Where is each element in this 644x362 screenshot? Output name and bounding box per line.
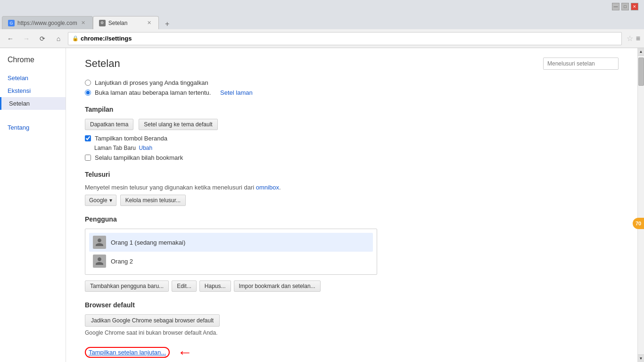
bookmark-checkbox[interactable] — [85, 155, 91, 161]
sidebar-item-ekstensi[interactable]: Ekstensi — [0, 84, 66, 97]
red-arrow-annotation: ← — [177, 344, 192, 361]
reset-theme-button[interactable]: Setel ulang ke tema default — [139, 119, 217, 130]
user-row-2[interactable]: Orang 2 — [89, 252, 373, 271]
tab-close-google[interactable]: ✕ — [80, 20, 87, 26]
tampilan-heading: Tampilan — [85, 106, 619, 113]
tab-favicon-google: G — [8, 20, 15, 26]
laman-tab-baru-text: Laman Tab Baru — [94, 145, 136, 151]
startup-option1: Lanjutkan di proses yang Anda tinggalkan — [85, 79, 619, 86]
user-name-1: Orang 1 (sedang memakai) — [111, 239, 185, 246]
startup-option2: Buka laman atau beberapa laman tertentu.… — [85, 89, 619, 96]
browser-frame: — □ ✕ G https://www.google.com ✕ ⚙ Setel… — [0, 0, 644, 362]
beranda-checkbox-option: Tampilkan tombol Beranda — [85, 135, 619, 142]
search-engine-row: Google ▾ Kelola mesin telusur... — [85, 195, 619, 206]
bookmark-label: Selalu tampilkan bilah bookmark — [95, 154, 183, 161]
home-button[interactable]: ⌂ — [52, 32, 65, 45]
hapus-pengguna-button[interactable]: Hapus... — [199, 280, 231, 292]
sidebar-item-riwayat[interactable]: Setelan — [0, 72, 66, 84]
bookmark-checkbox-option: Selalu tampilkan bilah bookmark — [85, 154, 619, 161]
refresh-button[interactable]: ⟳ — [36, 32, 49, 45]
settings-search-input[interactable] — [543, 58, 619, 70]
back-button[interactable]: ← — [4, 32, 17, 45]
beranda-label: Tampilkan tombol Beranda — [95, 135, 167, 142]
notification-count: 70 — [636, 221, 641, 226]
startup-option2-label: Buka laman atau beberapa laman tertentu. — [95, 89, 211, 96]
setel-laman-link[interactable]: Setel laman — [220, 89, 253, 96]
startup-radio2[interactable] — [85, 90, 91, 96]
menu-icon[interactable]: ≡ — [636, 34, 640, 43]
notification-badge[interactable]: 70 — [633, 218, 644, 229]
user-name-2: Orang 2 — [111, 258, 133, 265]
tabs-bar: G https://www.google.com ✕ ⚙ Setelan ✕ + — [0, 13, 644, 29]
telusuri-desc: Menyetel mesin telusur yang digunakan ke… — [85, 184, 619, 191]
user-avatar-1 — [93, 236, 106, 249]
address-bar[interactable]: 🔒 chrome://settings — [68, 32, 622, 45]
telusuri-desc-before: Menyetel mesin telusur yang digunakan ke… — [85, 184, 256, 191]
content-wrapper: Chrome Setelan Ekstensi Setelan Tentang … — [0, 48, 644, 362]
settings-main: Setelan Lanjutkan di proses yang Anda ti… — [66, 48, 637, 362]
impor-bookmark-button[interactable]: Impor bookmark dan setelan... — [234, 280, 321, 292]
address-plain: chrome:// — [81, 35, 108, 42]
scrollbar-up-button[interactable]: ▲ — [638, 48, 644, 56]
nav-bar: ← → ⟳ ⌂ 🔒 chrome://settings ☆ ≡ — [0, 29, 644, 48]
search-engine-label: Google — [89, 197, 107, 204]
address-text: chrome://settings — [81, 35, 132, 42]
ubah-link[interactable]: Ubah — [139, 145, 153, 151]
sidebar-divider — [0, 110, 66, 117]
advanced-link-circle: Tampilkan setelan lanjutan... — [85, 347, 170, 358]
settings-header: Setelan — [85, 58, 619, 70]
dropdown-arrow-icon: ▾ — [109, 197, 112, 204]
browser-default-desc: Google Chrome saat ini bukan browser def… — [85, 329, 619, 336]
user-buttons: Tambahkan pengguna baru... Edit... Hapus… — [85, 280, 619, 292]
tab-google[interactable]: G https://www.google.com ✕ — [2, 16, 93, 29]
set-default-browser-button[interactable]: Jadikan Google Chrome sebagai browser de… — [85, 314, 220, 327]
tambah-pengguna-button[interactable]: Tambahkan pengguna baru... — [85, 280, 169, 292]
user-avatar-2 — [93, 255, 106, 268]
tab-label-settings: Setelan — [108, 20, 128, 26]
browser-content: Chrome Setelan Ekstensi Setelan Tentang … — [0, 48, 644, 362]
minimize-button[interactable]: — — [612, 3, 619, 10]
address-bold: settings — [108, 35, 132, 42]
tab-label-google: https://www.google.com — [17, 20, 77, 26]
tampilan-buttons: Dapatkan tema Setel ulang ke tema defaul… — [85, 119, 619, 130]
maximize-button[interactable]: □ — [621, 3, 629, 10]
forward-button[interactable]: → — [20, 32, 33, 45]
scrollbar[interactable]: ▲ ▼ — [637, 48, 644, 362]
omnibox-link[interactable]: omnibox — [256, 184, 279, 191]
search-engine-dropdown[interactable]: Google ▾ — [85, 195, 116, 206]
tab-favicon-settings: ⚙ — [99, 20, 106, 26]
scrollbar-thumb[interactable] — [638, 58, 644, 86]
telusuri-heading: Telusuri — [85, 171, 619, 178]
advanced-link-container: Tampilkan setelan lanjutan... ← — [85, 344, 619, 361]
window-controls[interactable]: — □ ✕ — [612, 3, 638, 10]
tab-settings[interactable]: ⚙ Setelan ✕ — [93, 16, 159, 29]
title-bar: — □ ✕ — [0, 0, 644, 13]
address-lock-icon: 🔒 — [72, 35, 79, 41]
scrollbar-down-button[interactable]: ▼ — [638, 354, 644, 362]
users-box: Orang 1 (sedang memakai) Orang 2 — [85, 229, 377, 275]
startup-section: Lanjutkan di proses yang Anda tinggalkan… — [85, 79, 619, 96]
telusuri-desc-after: . — [279, 184, 281, 191]
user-icon-1 — [95, 238, 104, 247]
sidebar-title: Chrome — [0, 56, 66, 72]
beranda-checkbox[interactable] — [85, 135, 91, 141]
new-tab-button[interactable]: + — [161, 19, 174, 29]
user-icon-2 — [95, 256, 104, 266]
sidebar-item-tentang[interactable]: Tentang — [0, 121, 66, 134]
settings-title: Setelan — [85, 58, 120, 70]
pengguna-heading: Pengguna — [85, 215, 619, 223]
sidebar: Chrome Setelan Ekstensi Setelan Tentang — [0, 48, 66, 362]
browser-default-heading: Browser default — [85, 301, 619, 309]
user-row-1[interactable]: Orang 1 (sedang memakai) — [89, 233, 373, 252]
advanced-settings-link[interactable]: Tampilkan setelan lanjutan... — [89, 349, 166, 356]
startup-radio1[interactable] — [85, 80, 91, 86]
bookmark-icon[interactable]: ☆ — [627, 34, 633, 43]
edit-pengguna-button[interactable]: Edit... — [172, 280, 197, 292]
laman-tab-baru-row: Laman Tab Baru Ubah — [94, 145, 619, 151]
kelola-mesin-button[interactable]: Kelola mesin telusur... — [120, 195, 186, 206]
tab-close-settings[interactable]: ✕ — [146, 20, 153, 26]
sidebar-item-setelan[interactable]: Setelan — [0, 97, 66, 110]
get-theme-button[interactable]: Dapatkan tema — [85, 119, 133, 130]
startup-option1-label: Lanjutkan di proses yang Anda tinggalkan — [95, 79, 208, 86]
close-button[interactable]: ✕ — [631, 3, 638, 10]
